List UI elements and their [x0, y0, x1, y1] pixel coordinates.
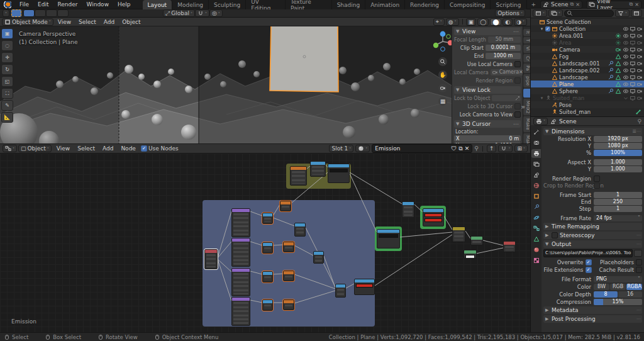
hide-viewport-toggle[interactable] — [623, 88, 629, 94]
workspace-tab-sculpting[interactable]: Sculpting — [209, 0, 246, 9]
workspace-tab-modeling[interactable]: Modeling — [172, 0, 209, 9]
shader-node[interactable] — [354, 279, 375, 295]
properties-tab-object-data[interactable] — [531, 235, 541, 243]
shader-node[interactable] — [377, 229, 400, 249]
outliner-row-sphere[interactable]: Sphere — [531, 87, 644, 94]
workspace-tab-compositing[interactable]: Compositing — [445, 0, 491, 9]
render-region-checkbox[interactable] — [594, 176, 600, 182]
shader-node[interactable] — [290, 166, 307, 186]
dimensions-panel-header[interactable]: ▼Dimensions☰ ⋯ — [543, 128, 642, 135]
hide-viewport-toggle[interactable] — [623, 47, 629, 53]
sidebar-tab-make[interactable]: Make — [523, 116, 530, 131]
properties-pin-icon[interactable]: ⚲ — [637, 118, 641, 125]
outliner-row-area[interactable]: Area — [531, 39, 644, 46]
shading-solid-button[interactable]: ⬤ — [490, 18, 501, 26]
properties-tab-texture[interactable] — [531, 256, 541, 265]
focal-length-field[interactable]: 50 mm — [488, 36, 521, 43]
unlink-scene-icon[interactable]: ✕ — [575, 2, 580, 8]
outliner-row-camera[interactable]: Camera — [531, 46, 644, 53]
viewport-menu-add[interactable]: Add — [100, 19, 118, 25]
shader-node[interactable] — [310, 161, 326, 177]
shader-node[interactable] — [204, 249, 218, 269]
sidebar-tab-vi[interactable]: Vi — [523, 45, 530, 53]
time-remapping-panel-header[interactable]: ▶Time Remapping — [543, 223, 642, 230]
shader-node[interactable] — [423, 208, 444, 226]
node-menu-node[interactable]: Node — [117, 145, 140, 152]
tool-annotate[interactable]: ✎ — [1, 100, 13, 111]
shader-node[interactable] — [231, 297, 250, 326]
sidebar-tab-cr[interactable]: Cr — [523, 54, 530, 63]
disable-render-toggle[interactable] — [636, 60, 643, 67]
fake-user-icon[interactable]: 🛡 — [451, 145, 457, 152]
collapse-icon[interactable] — [623, 95, 629, 101]
properties-tab-object[interactable] — [531, 192, 541, 201]
select-mode-tweak[interactable] — [23, 9, 35, 17]
outliner-row-landscape[interactable]: Landscape — [531, 74, 644, 81]
disable-viewport-toggle[interactable] — [630, 47, 636, 53]
hide-viewport-toggle[interactable] — [623, 33, 629, 39]
camera-view-button[interactable] — [438, 84, 447, 92]
output-path-field[interactable]: C:\Users\pplao\Pablo\Proje..s\0065. Too … — [543, 249, 633, 257]
disable-render-toggle[interactable] — [636, 26, 643, 32]
shading-wireframe-button[interactable]: ◯ — [477, 18, 489, 26]
collection-checkbox[interactable]: ✓ — [545, 26, 550, 31]
tool-move[interactable]: ✛ — [1, 52, 13, 63]
add-workspace-button[interactable]: + — [527, 1, 541, 8]
outliner-id-filter[interactable]: ˅ — [548, 9, 563, 17]
tool-measure[interactable]: 📐 — [1, 112, 13, 123]
workspace-tab-layout[interactable]: Layout — [143, 0, 173, 9]
pin-icon[interactable]: ⚲ — [474, 145, 479, 152]
shader-node[interactable] — [452, 226, 465, 242]
panel-view-header[interactable]: ▼View⋯ — [454, 28, 521, 35]
menu-edit[interactable]: Edit — [33, 1, 53, 8]
mode-selector[interactable]: Object Mode˅ — [2, 18, 53, 26]
viewport-menu-view[interactable]: View — [54, 19, 75, 25]
shader-type-dropdown[interactable]: ▢Object˅ — [18, 145, 52, 152]
workspace-tab-animation[interactable]: Animation — [365, 0, 405, 9]
shader-node[interactable] — [283, 299, 294, 310]
blender-logo-icon[interactable] — [3, 1, 11, 8]
sidebar-tab-active[interactable] — [523, 89, 530, 98]
properties-tab-material[interactable] — [531, 245, 541, 254]
frame-start-field[interactable]: 1 — [594, 192, 642, 198]
shading-rendered-button[interactable]: ◑˅ — [514, 18, 527, 26]
tool-scale[interactable]: ◱ — [1, 76, 13, 87]
shader-node[interactable] — [231, 208, 250, 237]
file-extensions-checkbox[interactable]: ✓ — [586, 267, 592, 273]
compression-slider[interactable]: 15% — [594, 299, 642, 305]
outliner-row-scene-collection[interactable]: Scene Collection — [531, 18, 644, 25]
outliner-display-mode[interactable]: ˅ — [533, 9, 547, 17]
step-field[interactable]: 1 — [594, 206, 642, 212]
disable-render-toggle[interactable] — [636, 40, 643, 46]
cursor-x-field[interactable]: X0 m — [454, 135, 521, 142]
tool-cursor[interactable]: ◌ — [1, 40, 13, 51]
new-scene-icon[interactable]: ⧉ — [570, 1, 574, 8]
sidebar-tab-pa[interactable]: Pa — [523, 64, 530, 72]
disable-viewport-toggle[interactable] — [630, 88, 636, 94]
material-name-field[interactable]: Emission 🛡 ⧉ ✕ — [372, 144, 472, 153]
material-browse-dropdown[interactable]: ˅ — [355, 145, 370, 152]
workspace-tab-shading[interactable]: Shading — [332, 0, 366, 9]
shader-node[interactable] — [283, 242, 294, 252]
metadata-panel-header[interactable]: ▶Metadata⋯ — [543, 306, 642, 314]
placeholders-checkbox[interactable] — [636, 259, 642, 266]
transform-orientation-dropdown[interactable]: ⤢ Global˅ — [163, 9, 195, 17]
hide-viewport-toggle[interactable] — [623, 40, 629, 46]
viewport-menu-object[interactable]: Object — [118, 19, 144, 25]
view-layer-selector[interactable]: View Layer ⧉ ✕ — [586, 1, 641, 9]
color-mode-rgb[interactable]: RGB — [610, 284, 626, 290]
use-local-camera-checkbox[interactable] — [514, 61, 521, 67]
workspace-tab-scripting[interactable]: Scripting — [491, 0, 526, 9]
lock-to-object-field[interactable] — [492, 95, 521, 101]
sidebar-tab-pipe[interactable]: pipe — [523, 74, 530, 87]
sidebar-tab-it[interactable]: It — [523, 29, 530, 36]
new-collection-button[interactable] — [631, 9, 642, 17]
new-layer-icon[interactable]: ⧉ — [630, 1, 633, 8]
shader-node[interactable] — [262, 242, 273, 254]
workspace-tab-texture-paint[interactable]: Texture Paint — [286, 0, 332, 9]
node-menu-select[interactable]: Select — [74, 145, 99, 152]
tool-rotate[interactable]: ↻ — [1, 64, 13, 75]
properties-editor-type[interactable]: ˅ — [533, 118, 548, 125]
stereoscopy-checkbox[interactable] — [552, 232, 558, 238]
outliner-row-suited-man[interactable]: ▾Suited_man — [531, 94, 644, 101]
